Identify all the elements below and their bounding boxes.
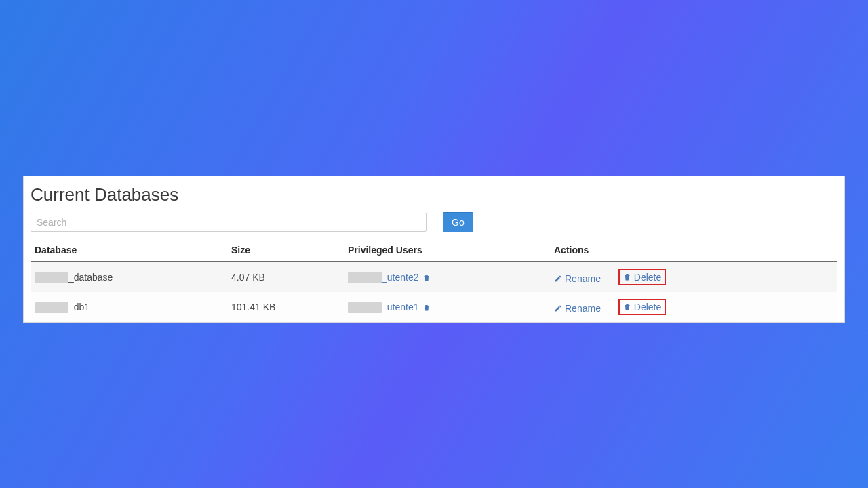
privileged-user-link[interactable]: _utente1 — [382, 302, 419, 313]
col-users-header: Privileged Users — [344, 241, 550, 262]
redacted-prefix — [35, 302, 68, 313]
delete-action[interactable]: Delete — [623, 302, 661, 312]
col-size-header: Size — [227, 241, 344, 262]
table-row: _database 4.07 KB _utente2 — [31, 262, 837, 292]
delete-highlight: Delete — [618, 269, 666, 285]
databases-table: Database Size Privileged Users Actions _… — [31, 241, 837, 322]
database-name: _database — [68, 272, 113, 283]
delete-label: Delete — [634, 302, 661, 312]
trash-icon — [623, 273, 631, 281]
rename-label: Rename — [565, 303, 601, 314]
go-button[interactable]: Go — [443, 212, 473, 232]
database-size: 101.41 KB — [227, 292, 344, 322]
delete-action[interactable]: Delete — [623, 272, 661, 283]
redacted-prefix — [348, 302, 382, 313]
pencil-icon — [554, 274, 562, 283]
pencil-icon — [554, 304, 562, 312]
delete-highlight: Delete — [618, 299, 666, 315]
database-size: 4.07 KB — [227, 262, 344, 292]
col-database-header: Database — [31, 241, 227, 262]
search-row: Go — [31, 212, 837, 232]
redacted-prefix — [348, 272, 382, 283]
section-title: Current Databases — [31, 184, 837, 205]
redacted-prefix — [35, 272, 68, 283]
database-name: _db1 — [68, 302, 90, 313]
col-actions-header: Actions — [550, 241, 837, 262]
table-row: _db1 101.41 KB _utente1 — [31, 292, 837, 322]
trash-icon[interactable] — [422, 274, 431, 282]
trash-icon — [623, 303, 631, 311]
rename-action[interactable]: Rename — [554, 303, 601, 314]
trash-icon[interactable] — [422, 304, 431, 312]
rename-label: Rename — [565, 273, 601, 284]
delete-label: Delete — [634, 272, 661, 283]
databases-panel: Current Databases Go Database Size Privi… — [23, 176, 845, 323]
rename-action[interactable]: Rename — [554, 273, 601, 284]
privileged-user-link[interactable]: _utente2 — [382, 272, 419, 283]
search-input[interactable] — [31, 213, 427, 232]
